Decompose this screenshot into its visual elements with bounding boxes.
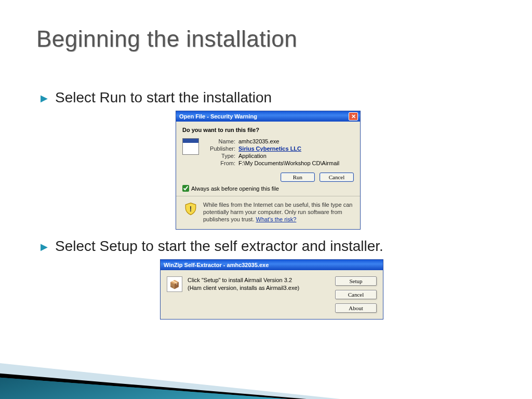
value-name: amhc32035.exe <box>238 138 279 144</box>
risk-link[interactable]: What's the risk? <box>256 216 297 222</box>
setup-button[interactable]: Setup <box>335 276 377 286</box>
always-ask-row: Always ask before opening this file <box>182 185 354 192</box>
dialog2-content: 📦 Click "Setup" to install Airmail Versi… <box>167 276 329 313</box>
close-button[interactable]: ✕ <box>349 112 358 121</box>
slide-body: ▶ Select Run to start the installation O… <box>41 88 498 320</box>
slide-title: Beginning the installation <box>36 26 297 52</box>
bullet-2-text: Select Setup to start the self extractor… <box>55 237 498 255</box>
value-type: Application <box>238 153 267 159</box>
svg-marker-4 <box>0 377 358 399</box>
label-name: Name: <box>206 138 235 144</box>
dialog-titlebar: Open File - Security Warning ✕ <box>176 111 360 122</box>
file-details: Name:amhc32035.exe Publisher:Sirius Cybe… <box>206 138 339 167</box>
self-extractor-dialog-wrap: WinZip Self-Extractor - amhc32035.exe 📦 … <box>160 259 498 320</box>
slide: Beginning the installation ▶ Select Run … <box>0 0 532 399</box>
run-button[interactable]: Run <box>281 172 315 182</box>
label-from: From: <box>206 160 235 166</box>
cancel-button[interactable]: Cancel <box>320 172 354 182</box>
self-extractor-dialog: WinZip Self-Extractor - amhc32035.exe 📦 … <box>160 259 383 320</box>
bullet-marker-icon: ▶ <box>41 241 48 252</box>
publisher-link[interactable]: Sirius Cybernetics LLC <box>238 145 301 152</box>
file-icon <box>182 138 199 155</box>
dialog2-title: WinZip Self-Extractor - amhc32035.exe <box>164 262 269 268</box>
svg-marker-2 <box>0 373 369 399</box>
decorative-triangle <box>0 316 421 399</box>
dialog-body: Do you want to run this file? Name:amhc3… <box>176 122 360 229</box>
dialog2-message: Click "Setup" to install Airmail Version… <box>188 276 299 313</box>
bullet-1-text: Select Run to start the installation <box>55 88 498 107</box>
dialog2-buttons: Setup Cancel About <box>335 276 377 313</box>
dialog2-titlebar: WinZip Self-Extractor - amhc32035.exe <box>161 260 383 270</box>
label-publisher: Publisher: <box>206 145 235 152</box>
dialog-title: Open File - Security Warning <box>178 113 349 119</box>
shield-warning-icon: ! <box>183 202 198 216</box>
label-type: Type: <box>206 153 235 159</box>
always-ask-checkbox[interactable] <box>182 185 189 192</box>
file-info-row: Name:amhc32035.exe Publisher:Sirius Cybe… <box>182 138 354 167</box>
button-row: Run Cancel <box>182 172 354 182</box>
svg-text:!: ! <box>190 205 192 213</box>
always-ask-label: Always ask before opening this file <box>191 185 279 192</box>
warning-text: While files from the Internet can be use… <box>203 202 353 223</box>
svg-marker-1 <box>0 363 390 399</box>
warning-row: ! While files from the Internet can be u… <box>182 196 354 225</box>
value-from: F:\My Documents\Workshop CD\Airmail <box>238 160 339 166</box>
security-warning-dialog-wrap: Open File - Security Warning ✕ Do you wa… <box>176 111 498 230</box>
dialog2-body: 📦 Click "Setup" to install Airmail Versi… <box>161 270 383 319</box>
msg-line-1: Click "Setup" to install Airmail Version… <box>188 276 299 284</box>
cancel-button-2[interactable]: Cancel <box>335 290 377 299</box>
bullet-marker-icon: ▶ <box>41 92 48 104</box>
dialog-question: Do you want to run this file? <box>182 127 354 133</box>
msg-line-2: (Ham client version, installs as Airmail… <box>188 284 299 291</box>
security-warning-dialog: Open File - Security Warning ✕ Do you wa… <box>176 111 361 230</box>
package-icon: 📦 <box>167 276 182 292</box>
svg-marker-3 <box>0 377 358 399</box>
about-button[interactable]: About <box>335 303 377 313</box>
bullet-1: ▶ Select Run to start the installation <box>41 88 498 107</box>
bullet-2: ▶ Select Setup to start the self extract… <box>41 237 498 255</box>
